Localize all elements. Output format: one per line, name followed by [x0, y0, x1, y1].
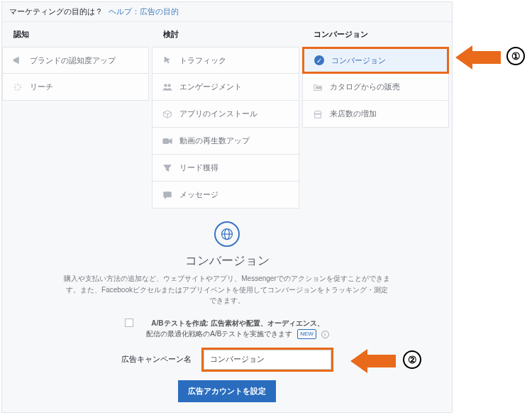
help-link[interactable]: ヘルプ：広告の目的 — [109, 6, 179, 17]
objective-label: メッセージ — [179, 189, 218, 200]
chat-icon — [162, 190, 172, 200]
objective-label: 動画の再生数アップ — [179, 135, 250, 146]
funnel-icon — [162, 163, 172, 173]
svg-rect-12 — [318, 87, 319, 89]
column-conversion: コンバージョン ✓ コンバージョン カタログからの販売 来店数の増加 — [302, 22, 452, 209]
column-consideration: 検討 トラフィック エンゲージメント アプリのインストール 動画の再生数アップ — [152, 22, 301, 209]
callout-number-1: ① — [506, 47, 525, 65]
svg-point-9 — [168, 84, 171, 87]
objective-title: コンバージョン — [23, 253, 431, 269]
objective-label: コンバージョン — [331, 55, 386, 66]
objective-label: エンゲージメント — [179, 82, 242, 92]
svg-rect-13 — [319, 87, 321, 89]
column-awareness: 認知 ブランドの認知度アップ リーチ — [2, 22, 152, 209]
objective-catalog-sales[interactable]: カタログからの販売 — [302, 74, 449, 101]
panel-header: マーケティングの目的は？ ヘルプ：広告の目的 — [2, 2, 452, 22]
svg-line-7 — [19, 84, 21, 86]
abtest-line2: 配信の最適化戦略のA/Bテストを実施できます — [146, 330, 292, 338]
svg-line-5 — [19, 89, 21, 90]
objective-description: 購入や支払い方法の追加など、ウェブサイトやアプリ、Messengerでのアクショ… — [64, 273, 390, 306]
reach-icon — [13, 82, 23, 92]
column-awareness-title: 認知 — [2, 22, 152, 47]
svg-marker-18 — [350, 349, 396, 373]
objective-label: トラフィック — [179, 55, 226, 66]
svg-line-4 — [15, 84, 16, 86]
campaign-name-label: 広告キャンペーン名 — [121, 354, 192, 365]
box-icon — [162, 109, 172, 119]
objective-label: 来店数の増加 — [330, 109, 377, 119]
cursor-icon — [162, 55, 172, 65]
objective-detail: コンバージョン 購入や支払い方法の追加など、ウェブサイトやアプリ、Messeng… — [2, 209, 452, 409]
abtest-row: A/Bテストを作成: 広告素材や配置、オーディエンス、 配信の最適化戦略のA/B… — [23, 318, 431, 339]
objective-conversions[interactable]: ✓ コンバージョン — [302, 47, 449, 74]
objective-brand-awareness[interactable]: ブランドの認知度アップ — [2, 47, 149, 74]
objective-messages[interactable]: メッセージ — [152, 182, 299, 209]
svg-rect-11 — [316, 87, 317, 89]
objective-columns: 認知 ブランドの認知度アップ リーチ 検討 トラフィック — [2, 22, 452, 209]
svg-rect-10 — [163, 138, 169, 143]
store-icon — [313, 109, 323, 119]
callout-arrow-2 — [350, 345, 396, 377]
objective-label: ブランドの認知度アップ — [30, 55, 116, 66]
svg-line-6 — [15, 89, 16, 90]
people-icon — [162, 82, 172, 92]
catalog-icon — [313, 82, 323, 92]
globe-icon — [214, 221, 240, 247]
abtest-line1: A/Bテストを作成: 広告素材や配置、オーディエンス、 — [151, 319, 323, 327]
new-badge: NEW — [297, 329, 316, 339]
header-title: マーケティングの目的は？ — [9, 6, 103, 17]
objective-engagement[interactable]: エンゲージメント — [152, 74, 299, 101]
info-icon[interactable]: i — [321, 331, 329, 338]
callout-arrow-1 — [455, 41, 501, 74]
callout-number-2: ② — [403, 350, 421, 369]
objective-label: リーチ — [30, 82, 53, 92]
objective-lead-gen[interactable]: リード獲得 — [152, 155, 299, 182]
objective-store-visits[interactable]: 来店数の増加 — [302, 101, 449, 128]
objective-traffic[interactable]: トラフィック — [152, 47, 299, 74]
svg-marker-17 — [455, 45, 501, 70]
abtest-checkbox[interactable] — [125, 319, 133, 327]
svg-point-8 — [165, 84, 167, 87]
objective-label: アプリのインストール — [179, 109, 257, 119]
objective-reach[interactable]: リーチ — [2, 74, 149, 101]
campaign-name-highlight — [201, 348, 333, 372]
column-consideration-title: 検討 — [152, 22, 301, 47]
column-conversion-title: コンバージョン — [302, 22, 452, 47]
campaign-name-input[interactable] — [204, 350, 331, 370]
objective-video-views[interactable]: 動画の再生数アップ — [152, 128, 299, 155]
objective-app-installs[interactable]: アプリのインストール — [152, 101, 299, 128]
setup-ad-account-button[interactable]: 広告アカウントを設定 — [178, 380, 276, 402]
objective-label: カタログからの販売 — [330, 82, 400, 92]
video-icon — [162, 136, 172, 146]
check-icon: ✓ — [314, 55, 324, 65]
megaphone-icon — [13, 55, 23, 65]
abtest-text: A/Bテストを作成: 広告素材や配置、オーディエンス、 配信の最適化戦略のA/B… — [146, 318, 328, 339]
objective-label: リード獲得 — [179, 162, 218, 173]
